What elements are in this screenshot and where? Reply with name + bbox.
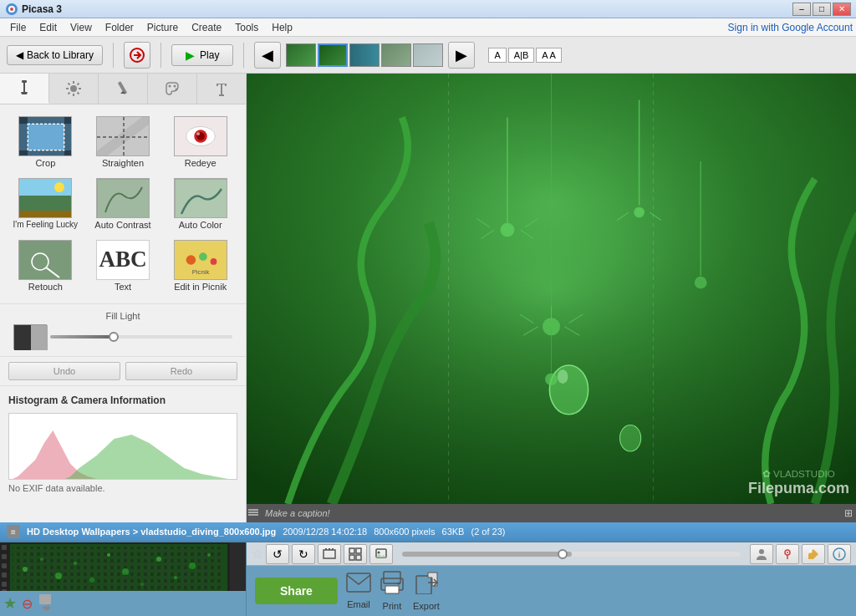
menu-file[interactable]: File xyxy=(3,20,33,35)
redo-button: Redo xyxy=(125,362,237,380)
menu-picture[interactable]: Picture xyxy=(140,20,185,35)
svg-point-18 xyxy=(176,89,178,91)
redeye-label: Redeye xyxy=(185,158,217,168)
text-size-ab-button[interactable]: A|B xyxy=(508,48,535,63)
circle-minus-icon-btn[interactable]: ⊖ xyxy=(22,596,33,612)
photo-thumb-2[interactable] xyxy=(318,43,348,67)
share-button[interactable]: Share xyxy=(255,578,338,604)
svg-point-101 xyxy=(23,567,28,572)
no-exif-text: No EXIF data available. xyxy=(8,483,237,493)
svg-rect-90 xyxy=(2,554,7,559)
menu-help[interactable]: Help xyxy=(265,20,299,35)
toolbar-separator-2 xyxy=(160,43,161,68)
caption-menu-icon[interactable] xyxy=(247,506,265,522)
photo-thumb-4[interactable] xyxy=(381,43,411,67)
caption-text[interactable]: Make a caption! xyxy=(265,508,330,518)
tool-crop[interactable]: Crop xyxy=(8,113,83,171)
tool-color[interactable]: Auto Color xyxy=(163,175,237,233)
svg-point-49 xyxy=(186,255,196,265)
photo-thumb-5[interactable] xyxy=(413,43,443,67)
lucky-label: I'm Feeling Lucky xyxy=(13,220,79,229)
menu-tools[interactable]: Tools xyxy=(228,20,265,35)
svg-point-69 xyxy=(695,277,707,289)
sign-in-link[interactable]: Sign in with Google Account xyxy=(728,22,853,33)
export-action[interactable]: Export xyxy=(413,571,440,611)
svg-rect-119 xyxy=(356,548,361,553)
back-to-library-button[interactable]: ◀ Back to Library xyxy=(7,45,103,65)
retouch-thumbnail xyxy=(18,240,72,280)
text-label: Text xyxy=(115,282,131,292)
minimize-button[interactable]: – xyxy=(792,3,811,16)
status-menu-icon[interactable]: ≡ xyxy=(7,525,20,538)
export-label: Export xyxy=(413,601,440,611)
zoom-slider[interactable] xyxy=(402,552,741,557)
prev-button[interactable]: ◀ xyxy=(254,42,281,69)
next-button[interactable]: ▶ xyxy=(448,42,475,69)
image-down-icon-btn[interactable] xyxy=(38,593,56,614)
svg-text:Picnik: Picnik xyxy=(191,268,209,276)
color-thumbnail xyxy=(174,178,227,218)
photo-thumb-1[interactable] xyxy=(286,43,316,67)
filmstrip xyxy=(0,542,246,591)
svg-point-104 xyxy=(74,562,77,565)
svg-rect-96 xyxy=(13,547,222,591)
retouch-label: Retouch xyxy=(28,282,63,292)
rotate-ccw-btn[interactable]: ↺ xyxy=(266,544,289,564)
tool-redeye[interactable]: Redeye xyxy=(163,113,237,171)
menu-create[interactable]: Create xyxy=(185,20,228,35)
tab-effects[interactable] xyxy=(99,74,148,104)
print-action[interactable]: Print xyxy=(380,571,405,611)
svg-point-110 xyxy=(174,576,177,579)
svg-point-108 xyxy=(140,583,144,586)
tool-picnik[interactable]: Picnik Edit in Picnik xyxy=(163,237,237,295)
svg-rect-133 xyxy=(385,586,399,593)
rotate-cw-btn[interactable]: ↻ xyxy=(292,544,315,564)
bottom-panel: ★ ⊖ ☆ ↺ ↻ xyxy=(0,541,856,616)
tool-lucky[interactable]: I'm Feeling Lucky xyxy=(8,175,83,233)
window-title: Picasa 3 xyxy=(22,3,792,15)
menu-edit[interactable]: Edit xyxy=(33,20,64,35)
star-rating-btn[interactable]: ☆ xyxy=(252,546,263,562)
text-size-aa-button[interactable]: A A xyxy=(536,48,562,63)
image-svg: ✿ VLADSTUDIO xyxy=(247,74,856,504)
share-icon-button[interactable] xyxy=(124,42,150,69)
histogram-title: Histogram & Camera Information xyxy=(8,395,237,406)
info-btn[interactable]: i xyxy=(828,544,851,564)
svg-point-134 xyxy=(397,583,400,585)
tool-contrast[interactable]: Auto Contrast xyxy=(86,175,160,233)
svg-rect-117 xyxy=(332,548,334,550)
tool-text[interactable]: ABC Text xyxy=(86,237,160,295)
tool-straighten[interactable]: Straighten xyxy=(86,113,160,171)
menu-view[interactable]: View xyxy=(64,20,99,35)
people-btn[interactable] xyxy=(750,544,773,564)
grid-btn[interactable] xyxy=(344,544,367,564)
menu-bar: File Edit View Folder Picture Create Too… xyxy=(0,18,856,37)
svg-rect-55 xyxy=(31,325,48,350)
play-button[interactable]: ▶ Play xyxy=(171,44,233,66)
email-icon xyxy=(346,573,371,598)
svg-rect-131 xyxy=(384,572,400,583)
zoom-slider-thumb[interactable] xyxy=(558,549,568,559)
close-button[interactable]: ✕ xyxy=(833,3,851,16)
photo-thumb-3[interactable] xyxy=(349,43,380,67)
menu-folder[interactable]: Folder xyxy=(99,20,140,35)
email-action[interactable]: Email xyxy=(346,573,371,609)
location-btn[interactable] xyxy=(776,544,799,564)
text-size-a-button[interactable]: A xyxy=(488,48,506,63)
expand-icon[interactable]: ⊞ xyxy=(844,507,853,519)
upload-btn[interactable] xyxy=(369,544,393,564)
fill-light-slider-thumb[interactable] xyxy=(109,332,119,342)
tab-collage[interactable] xyxy=(148,74,197,104)
tab-text[interactable] xyxy=(197,74,246,104)
svg-point-102 xyxy=(40,557,43,561)
fill-light-slider-container xyxy=(13,324,232,349)
tab-tuning[interactable] xyxy=(49,74,99,104)
filmstrip-btn[interactable] xyxy=(318,544,341,564)
maximize-button[interactable]: □ xyxy=(813,3,831,16)
star-icon-btn[interactable]: ★ xyxy=(3,594,17,613)
tool-retouch[interactable]: Retouch xyxy=(8,237,83,295)
tab-basic-fixes[interactable] xyxy=(0,74,49,104)
bottom-toolbar: ☆ ↺ ↻ xyxy=(247,542,856,566)
tags-btn[interactable] xyxy=(802,544,825,564)
text-tool-icon xyxy=(212,79,231,98)
